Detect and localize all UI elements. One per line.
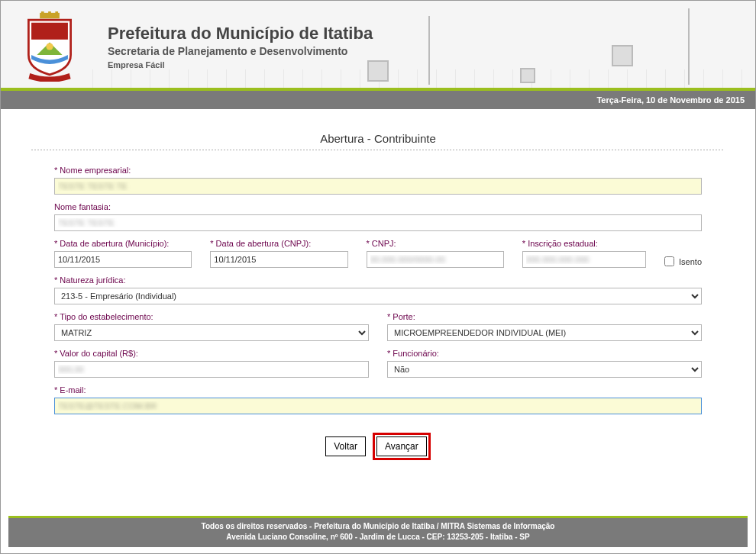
footer-text: Todos os direitos reservados - Prefeitur… [8, 518, 748, 547]
footer: Todos os direitos reservados - Prefeitur… [8, 516, 748, 547]
svg-point-5 [46, 43, 53, 50]
inscricao-input[interactable] [522, 251, 646, 268]
cnpj-label: * CNPJ: [367, 239, 504, 248]
svg-rect-4 [31, 23, 68, 40]
isento-label: Isento [679, 257, 702, 266]
natureza-select[interactable]: 213-5 - Empresário (Individual) [54, 288, 702, 304]
natureza-label: * Natureza jurídica: [54, 275, 702, 285]
data-cnpj-input[interactable] [210, 251, 347, 268]
svg-rect-1 [41, 11, 44, 14]
next-button-highlight: Avançar [373, 433, 431, 460]
svg-rect-2 [48, 11, 51, 14]
email-label: * E-mail: [54, 385, 702, 395]
funcionario-select[interactable]: Não [387, 361, 702, 378]
data-municipio-label: * Data de abertura (Município): [54, 239, 192, 248]
title-underline [31, 150, 725, 150]
cnpj-input[interactable] [367, 251, 504, 268]
funcionario-label: * Funcionário: [387, 349, 702, 358]
header-text-block: Prefeitura do Município de Itatiba Secre… [108, 24, 373, 69]
button-row: Voltar Avançar [54, 433, 702, 460]
main-content: Abertura - Contribuinte * Nome empresari… [1, 109, 755, 468]
next-button[interactable]: Avançar [376, 436, 427, 456]
svg-rect-3 [55, 11, 58, 14]
page-title: Abertura - Contribuinte [31, 132, 725, 145]
capital-label: * Valor do capital (R$): [54, 349, 369, 358]
data-cnpj-label: * Data de abertura (CNPJ): [210, 239, 347, 248]
page-root: Prefeitura do Município de Itatiba Secre… [0, 0, 756, 554]
porte-select[interactable]: MICROEMPREENDEDOR INDIVIDUAL (MEI) [387, 324, 702, 341]
nome-empresarial-label: * Nome empresarial: [54, 166, 702, 175]
inscricao-label: * Inscrição estadual: [522, 239, 646, 248]
porte-label: * Porte: [387, 312, 702, 321]
data-municipio-input[interactable] [54, 251, 192, 268]
back-button[interactable]: Voltar [325, 436, 366, 456]
tipo-select[interactable]: MATRIZ [54, 324, 369, 341]
header: Prefeitura do Município de Itatiba Secre… [1, 1, 755, 91]
footer-line1: Todos os direitos reservados - Prefeitur… [8, 521, 748, 532]
city-crest-logo [15, 11, 85, 82]
header-title: Prefeitura do Município de Itatiba [108, 24, 373, 43]
tipo-label: * Tipo do estabelecimento: [54, 312, 369, 321]
email-input[interactable] [54, 398, 702, 414]
isento-checkbox[interactable] [664, 256, 674, 266]
header-subtitle: Secretaria de Planejamento e Desenvolvim… [108, 45, 373, 57]
footer-line2: Avenida Luciano Consoline, nº 600 - Jard… [8, 532, 748, 543]
capital-input[interactable] [54, 361, 369, 378]
nome-fantasia-input[interactable] [54, 214, 702, 231]
nome-empresarial-input[interactable] [54, 178, 702, 195]
header-appname: Empresa Fácil [108, 60, 373, 69]
form: * Nome empresarial: Nome fantasia: * Dat… [31, 166, 725, 460]
nome-fantasia-label: Nome fantasia: [54, 202, 702, 211]
date-bar: Terça-Feira, 10 de Novembro de 2015 [1, 91, 755, 109]
